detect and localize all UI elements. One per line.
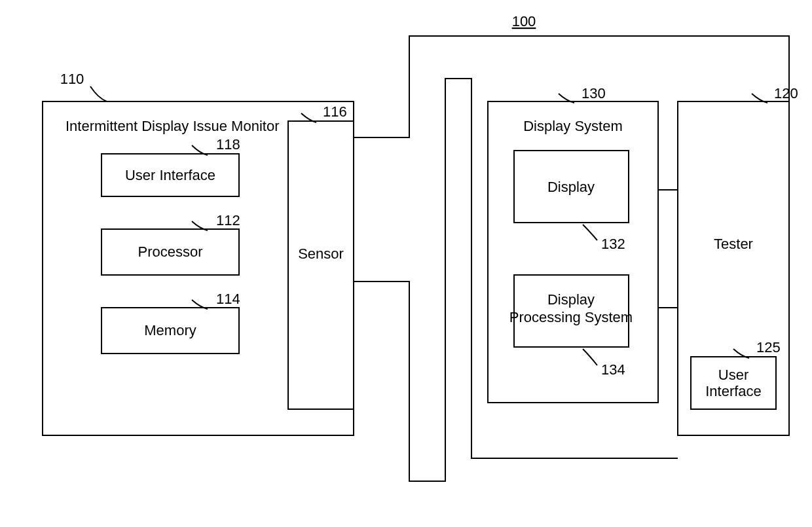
ref-118: 118 (216, 136, 240, 153)
display-system-title: Display System (523, 118, 623, 134)
ref-hook-110 (90, 86, 107, 101)
monitor-title: Intermittent Display Issue Monitor (65, 118, 279, 134)
system-block-diagram: 100 110 Intermittent Display Issue Monit… (0, 0, 812, 527)
ref-112: 112 (216, 212, 240, 228)
display-label: Display (547, 179, 595, 195)
sensor-box (288, 121, 354, 409)
processor-label: Processor (138, 244, 202, 260)
display-system-box (488, 101, 658, 403)
ref-120: 120 (774, 85, 798, 101)
tester-ui-label-2: Interface (705, 383, 762, 399)
ref-116: 116 (323, 103, 347, 120)
figure-ref: 100 (512, 13, 536, 29)
memory-label: Memory (144, 322, 196, 338)
ref-132: 132 (601, 236, 625, 252)
ref-125: 125 (756, 339, 781, 355)
monitor-ui-label: User Interface (125, 167, 215, 183)
sensor-label: Sensor (298, 245, 344, 262)
ref-110: 110 (60, 71, 84, 87)
tester-title: Tester (714, 236, 753, 252)
dps-label-2: Processing System (509, 309, 633, 325)
tester-ui-label-1: User (718, 367, 748, 383)
ref-114: 114 (216, 291, 240, 307)
ref-130: 130 (581, 85, 606, 101)
ref-134: 134 (601, 361, 625, 378)
dps-label-1: Display (547, 291, 595, 308)
